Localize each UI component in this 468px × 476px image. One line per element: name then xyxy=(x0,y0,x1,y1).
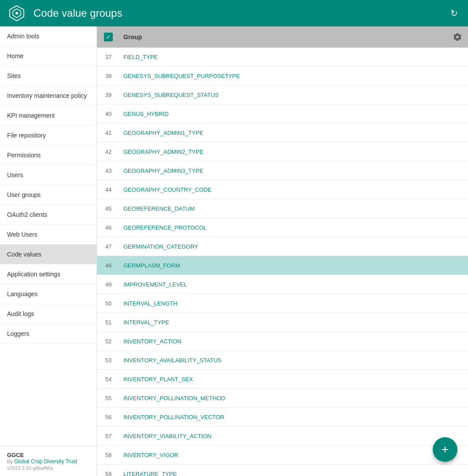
page-title: Code value groups xyxy=(33,7,447,19)
row-group-value: INVENTORY_AVAILABILITY_STATUS xyxy=(120,357,256,364)
row-number: 58 xyxy=(97,452,120,458)
table-row[interactable]: 37FIELD_TYPE xyxy=(97,48,468,67)
row-number: 37 xyxy=(97,54,120,60)
row-number: 38 xyxy=(97,73,120,79)
row-number: 42 xyxy=(97,149,120,155)
row-group-value: GENESYS_SUBREQUEST_STATUS xyxy=(120,92,256,98)
table-row[interactable]: 47GERMINATION_CATEGORY xyxy=(97,237,468,256)
sidebar-footer: GGCE by Global Crop Diversity Trust v202… xyxy=(0,446,97,476)
table-row[interactable]: 59LITERATURE_TYPE xyxy=(97,465,468,476)
sidebar-item-languages[interactable]: Languages xyxy=(0,284,97,304)
row-number: 52 xyxy=(97,338,120,345)
sidebar-item-code-values[interactable]: Code values xyxy=(0,245,97,264)
row-number: 41 xyxy=(97,130,120,136)
table-row[interactable]: 38GENESYS_SUBREQUEST_PURPOSETYPE xyxy=(97,67,468,86)
version-label: v2023.2-32-g8baf86a xyxy=(7,465,89,471)
row-number: 54 xyxy=(97,376,120,383)
table-settings-button[interactable] xyxy=(447,32,468,42)
table-row[interactable]: 50INTERVAL_LENGTH xyxy=(97,294,468,313)
sidebar-item-permissions[interactable]: Permissions xyxy=(0,145,97,165)
row-group-value: GERMINATION_CATEGORY xyxy=(120,243,256,250)
table-row[interactable]: 57INVENTORY_VIABILITY_ACTION xyxy=(97,427,468,446)
row-number: 46 xyxy=(97,224,120,231)
body-layout: Admin toolsHomeSitesInventory maintenanc… xyxy=(0,26,468,476)
sidebar-item-audit-logs[interactable]: Audit logs xyxy=(0,304,97,324)
table-row[interactable]: 48GERMPLASM_FORM xyxy=(97,256,468,275)
table-row[interactable]: 40GENUS_HYBRID xyxy=(97,104,468,123)
svg-point-2 xyxy=(15,12,18,15)
app-header: Code value groups ↻ xyxy=(0,0,468,26)
table-row[interactable]: 49IMPROVEMENT_LEVEL xyxy=(97,275,468,294)
row-group-value: GENESYS_SUBREQUEST_PURPOSETYPE xyxy=(120,73,256,79)
table-row[interactable]: 43GEOGRAPHY_ADMIN3_TYPE xyxy=(97,161,468,180)
table-row[interactable]: 53INVENTORY_AVAILABILITY_STATUS xyxy=(97,351,468,370)
row-group-value: INVENTORY_POLLINATION_METHOD xyxy=(120,395,256,402)
row-number: 45 xyxy=(97,205,120,212)
sidebar-item-loggers[interactable]: Loggers xyxy=(0,324,97,344)
table-header: ✓ Group xyxy=(97,26,468,48)
table-row[interactable]: 41GEOGRAPHY_ADMIN1_TYPE xyxy=(97,123,468,142)
row-number: 49 xyxy=(97,281,120,288)
sidebar-item-kpi-management[interactable]: KPI management xyxy=(0,106,97,126)
row-number: 59 xyxy=(97,471,120,476)
row-number: 57 xyxy=(97,433,120,439)
by-text: by xyxy=(7,458,13,465)
row-group-value: GEOGRAPHY_COUNTRY_CODE xyxy=(120,186,256,193)
table-row[interactable]: 46GEOREFERENCE_PROTOCOL xyxy=(97,218,468,237)
sidebar-item-file-repository[interactable]: File repository xyxy=(0,126,97,145)
sidebar-nav: Admin toolsHomeSitesInventory maintenanc… xyxy=(0,26,97,446)
table-row[interactable]: 54INVENTORY_PLANT_SEX xyxy=(97,370,468,389)
table-row[interactable]: 51INTERVAL_TYPE xyxy=(97,313,468,332)
sidebar-item-application-settings[interactable]: Application settings xyxy=(0,264,97,284)
row-group-value: IMPROVEMENT_LEVEL xyxy=(120,281,256,288)
row-group-value: INVENTORY_VIABILITY_ACTION xyxy=(120,433,256,439)
row-number: 48 xyxy=(97,262,120,269)
row-group-value: GENUS_HYBRID xyxy=(120,111,256,117)
row-number: 47 xyxy=(97,243,120,250)
row-group-value: GEOREFERENCE_DATUM xyxy=(120,205,256,212)
table-row[interactable]: 45GEOREFERENCE_DATUM xyxy=(97,199,468,218)
table-row[interactable]: 58INVENTORY_VIGOR xyxy=(97,446,468,465)
row-group-value: GEOREFERENCE_PROTOCOL xyxy=(120,224,256,231)
row-group-value: FIELD_TYPE xyxy=(120,54,256,60)
row-group-value: GEOGRAPHY_ADMIN2_TYPE xyxy=(120,149,256,155)
table-row[interactable]: 52INVENTORY_ACTION xyxy=(97,332,468,351)
table-row[interactable]: 39GENESYS_SUBREQUEST_STATUS xyxy=(97,86,468,104)
row-number: 44 xyxy=(97,186,120,193)
row-number: 39 xyxy=(97,92,120,98)
sidebar: Admin toolsHomeSitesInventory maintenanc… xyxy=(0,26,97,476)
sidebar-item-oauth2-clients[interactable]: OAuth2 clients xyxy=(0,205,97,225)
row-group-value: GEOGRAPHY_ADMIN1_TYPE xyxy=(120,130,256,136)
row-number: 43 xyxy=(97,167,120,174)
sidebar-item-sites[interactable]: Sites xyxy=(0,66,97,86)
row-number: 55 xyxy=(97,395,120,402)
table-row[interactable]: 55INVENTORY_POLLINATION_METHOD xyxy=(97,389,468,408)
table-row[interactable]: 44GEOGRAPHY_COUNTRY_CODE xyxy=(97,180,468,199)
row-number: 56 xyxy=(97,414,120,420)
row-group-value: INTERVAL_LENGTH xyxy=(120,300,256,307)
select-all-checkbox[interactable]: ✓ xyxy=(97,33,120,41)
table-body: 37FIELD_TYPE38GENESYS_SUBREQUEST_PURPOSE… xyxy=(97,48,468,476)
row-group-value: INVENTORY_VIGOR xyxy=(120,452,256,458)
refresh-button[interactable]: ↻ xyxy=(447,6,461,20)
app-logo xyxy=(7,4,26,23)
row-number: 40 xyxy=(97,111,120,117)
sidebar-item-user-groups[interactable]: User groups xyxy=(0,185,97,205)
column-header-group: Group xyxy=(120,33,265,41)
checkbox-checked-icon[interactable]: ✓ xyxy=(104,33,113,41)
sidebar-item-web-users[interactable]: Web Users xyxy=(0,225,97,245)
sidebar-item-inventory-maintenance-policy[interactable]: Inventory maintenance policy xyxy=(0,86,97,106)
trust-link[interactable]: Global Crop Diversity Trust xyxy=(14,458,77,465)
main-content: ✓ Group 37FIELD_TYPE38GENESYS_SUBREQUEST… xyxy=(97,26,468,476)
add-button[interactable]: + xyxy=(433,437,457,462)
sidebar-item-home[interactable]: Home xyxy=(0,46,97,66)
row-group-value: INTERVAL_TYPE xyxy=(120,319,256,326)
row-group-value: GERMPLASM_FORM xyxy=(120,262,256,269)
row-number: 50 xyxy=(97,300,120,307)
sidebar-item-admin-tools[interactable]: Admin tools xyxy=(0,26,97,46)
table-row[interactable]: 56INVENTORY_POLLINATION_VECTOR xyxy=(97,408,468,427)
row-number: 51 xyxy=(97,319,120,326)
row-group-value: INVENTORY_ACTION xyxy=(120,338,256,345)
sidebar-item-users[interactable]: Users xyxy=(0,165,97,185)
table-row[interactable]: 42GEOGRAPHY_ADMIN2_TYPE xyxy=(97,142,468,161)
